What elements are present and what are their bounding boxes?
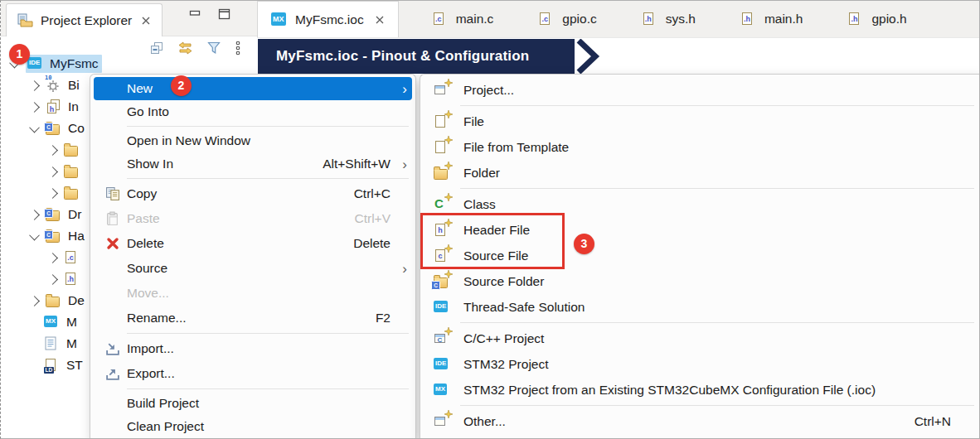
tab-label: sys.h <box>666 12 696 27</box>
binaries-icon: 10 <box>46 78 62 93</box>
close-icon[interactable] <box>141 16 151 26</box>
new-source-folder-icon: C <box>434 274 450 289</box>
tree-item-label: ST <box>66 358 83 373</box>
breadcrumb: MyFsmc.ioc - Pinout & Configuration <box>276 48 529 65</box>
new-other-icon <box>434 414 450 429</box>
menu-item-copy[interactable]: Copy Ctrl+C <box>90 181 415 206</box>
submenu-item-source-folder[interactable]: C Source Folder <box>420 268 980 294</box>
expand-icon[interactable] <box>47 253 58 263</box>
expand-icon[interactable] <box>29 102 40 113</box>
h-file-icon: .h <box>847 12 864 27</box>
menu-item-rename[interactable]: Rename... F2 <box>90 306 415 330</box>
submenu-item-folder[interactable]: Folder <box>420 160 980 186</box>
copy-icon <box>105 186 120 201</box>
step-badge-3: 3 <box>574 234 594 254</box>
menu-item-go-into[interactable]: Go Into <box>90 100 415 123</box>
c-folder-icon: C <box>46 207 62 222</box>
menu-item-new[interactable]: New › <box>94 77 412 100</box>
tab-sys-h[interactable]: .h sys.h <box>630 1 707 37</box>
expand-icon[interactable] <box>47 145 58 156</box>
new-class-icon: C <box>434 197 450 212</box>
view-menu-icon[interactable] <box>235 41 241 55</box>
close-icon[interactable] <box>375 15 385 25</box>
menu-label: STM32 Project <box>463 357 549 372</box>
submenu-arrow-icon: › <box>395 157 407 171</box>
menu-label: Clean Project <box>127 419 204 434</box>
menu-item-clean-project[interactable]: Clean Project <box>90 415 415 438</box>
menu-item-delete[interactable]: Delete Delete <box>90 231 415 256</box>
h-file-icon: .h <box>740 12 757 27</box>
submenu-item-file[interactable]: File <box>420 109 980 134</box>
tree-selection: IDE MyFsmc <box>26 55 102 73</box>
menu-separator <box>127 333 409 334</box>
tab-project-explorer[interactable]: Project Explorer <box>6 3 163 36</box>
menu-label: Source Folder <box>463 274 544 289</box>
minimize-icon[interactable] <box>189 8 201 20</box>
step-badge-1: 1 <box>9 44 30 65</box>
tree-item-label: MyFsmc <box>50 56 99 71</box>
filter-icon[interactable] <box>207 41 221 55</box>
menu-separator <box>460 322 974 323</box>
expand-icon[interactable] <box>47 188 58 199</box>
tab-gpio-c[interactable]: .c gpio.c <box>526 1 608 37</box>
menu-item-build-project[interactable]: Build Project <box>90 392 415 415</box>
collapse-icon[interactable] <box>29 229 40 240</box>
tab-main-h[interactable]: .h main.h <box>729 1 815 37</box>
tree-item-label: M <box>66 315 77 330</box>
link-with-editor-icon[interactable] <box>177 41 193 55</box>
submenu-item-other[interactable]: Other... Ctrl+N <box>420 408 980 434</box>
submenu-item-c-cpp-project[interactable]: C C/C++ Project <box>420 326 980 351</box>
tab-label: gpio.c <box>562 12 596 27</box>
expand-icon[interactable] <box>47 274 58 285</box>
menu-separator <box>460 105 974 106</box>
menu-item-source[interactable]: Source › <box>90 256 415 281</box>
linker-script-icon: LD <box>44 358 61 373</box>
menu-label: Paste <box>127 211 160 226</box>
menu-item-move[interactable]: Move... <box>90 281 415 306</box>
submenu-item-file-from-template[interactable]: File from Template <box>420 134 980 160</box>
tab-myfsmc-ioc[interactable]: MX MyFsmc.ioc <box>257 1 399 37</box>
menu-accelerator: Ctrl+N <box>915 414 951 429</box>
expand-icon[interactable] <box>47 166 58 177</box>
pinout-configuration-header[interactable]: MyFsmc.ioc - Pinout & Configuration <box>258 39 575 74</box>
menu-item-open-in-new-window[interactable]: Open in New Window <box>90 129 415 152</box>
maximize-icon[interactable] <box>218 8 230 20</box>
menu-label: Open in New Window <box>127 133 250 148</box>
submenu-item-project[interactable]: Project... <box>420 77 980 103</box>
expand-icon[interactable] <box>29 80 40 91</box>
submenu-item-stm32-project[interactable]: IDE STM32 Project <box>420 351 980 377</box>
submenu-item-thread-safe-solution[interactable]: IDE Thread-Safe Solution <box>420 294 980 320</box>
new-file-icon <box>434 114 450 129</box>
collapse-all-icon[interactable] <box>150 41 163 55</box>
folder-icon <box>64 164 80 179</box>
includes-icon: h <box>46 99 62 114</box>
highlight-box <box>420 213 565 269</box>
expand-icon[interactable] <box>29 210 40 220</box>
tab-main-c[interactable]: .c main.c <box>420 1 506 37</box>
tab-label: main.c <box>456 12 494 27</box>
tree-item-label: De <box>68 293 85 308</box>
collapse-icon[interactable] <box>29 122 40 133</box>
menu-item-paste[interactable]: Paste Ctrl+V <box>90 206 415 231</box>
menu-item-import[interactable]: Import... <box>90 336 415 361</box>
tab-gpio-h[interactable]: .h gpio.h <box>836 1 918 37</box>
menu-label: Delete <box>127 236 164 251</box>
text-file-icon <box>44 336 61 351</box>
menu-label: Project... <box>463 83 514 98</box>
menu-label: New <box>127 81 153 96</box>
tree-item-label: Dr <box>68 207 81 222</box>
menu-label: Source <box>127 261 167 276</box>
ide-icon: IDE <box>434 357 450 372</box>
submenu-item-stm32-project-from-ioc[interactable]: MX STM32 Project from an Existing STM32C… <box>420 377 980 403</box>
menu-accelerator: Delete <box>353 236 391 251</box>
tree-item-label: M <box>66 336 77 351</box>
menu-item-export[interactable]: Export... <box>90 361 415 386</box>
mx-icon: MX <box>434 383 450 398</box>
h-file-icon: .h <box>642 12 658 27</box>
tree-item-myfsmc[interactable]: IDE MyFsmc <box>2 53 257 75</box>
expand-icon[interactable] <box>29 296 40 306</box>
menu-label: Other... <box>463 414 506 429</box>
menu-item-show-in[interactable]: Show In Alt+Shift+W › <box>90 152 415 176</box>
c-file-icon: .c <box>538 12 555 27</box>
menu-label: Folder <box>463 166 500 181</box>
